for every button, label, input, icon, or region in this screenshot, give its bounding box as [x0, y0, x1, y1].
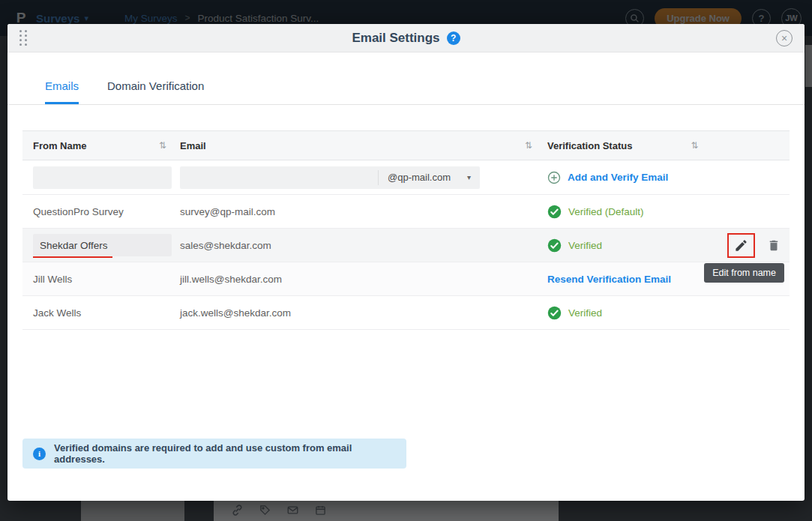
trash-icon: [767, 238, 781, 253]
status-text: Verified: [568, 307, 602, 319]
delete-email-button[interactable]: [767, 238, 781, 253]
status-badge: Verified: [547, 238, 602, 253]
info-banner-text: Verified domains are required to add and…: [54, 442, 396, 465]
sort-icon-email[interactable]: ⇅: [525, 140, 532, 151]
tab-domain-verification[interactable]: Domain Verification: [107, 79, 204, 104]
edit-from-name-button[interactable]: [734, 238, 748, 253]
header-from-name: From Name: [33, 140, 87, 151]
modal-title: Email Settings: [352, 31, 439, 46]
chevron-down-icon: ▾: [467, 173, 471, 181]
pencil-icon: [734, 238, 748, 253]
new-email-combo: @qp-mail.com ▾: [180, 166, 480, 189]
add-and-verify-email-label: Add and Verify Email: [568, 172, 668, 183]
check-circle-icon: [547, 205, 562, 219]
header-email: Email: [180, 140, 206, 151]
status-badge: Verified: [547, 306, 602, 320]
from-name-text: Jack Wells: [33, 307, 81, 319]
new-email-input[interactable]: [180, 166, 378, 189]
email-row-jack-wells: Jack Wells jack.wells@shekdar.com Verifi…: [22, 296, 790, 330]
annotation-red-box: [727, 233, 755, 258]
status-badge: Verified (Default): [547, 205, 644, 219]
sort-icon-from-name[interactable]: ⇅: [159, 140, 166, 151]
check-circle-icon: [547, 238, 562, 253]
new-from-name-input[interactable]: [33, 166, 172, 189]
email-row-jill-wells: Jill Wells jill.wells@shekdar.com Resend…: [22, 262, 790, 296]
drag-handle-icon[interactable]: [19, 30, 28, 46]
status-text: Verified: [568, 240, 602, 251]
domain-dropdown[interactable]: @qp-mail.com ▾: [378, 170, 480, 185]
info-icon: i: [33, 448, 46, 460]
modal-tabs: Emails Domain Verification: [7, 52, 805, 105]
email-text: jack.wells@shekdar.com: [180, 307, 291, 319]
from-name-text: Jill Wells: [33, 274, 72, 285]
emails-table: From Name ⇅ Email ⇅ Verification Status …: [22, 130, 790, 330]
domain-dropdown-value: @qp-mail.com: [388, 172, 451, 183]
resend-verification-email-link[interactable]: Resend Verification Email: [547, 274, 671, 285]
email-text: sales@shekdar.com: [180, 240, 271, 251]
email-text: survey@qp-mail.com: [180, 206, 275, 217]
email-text: jill.wells@shekdar.com: [180, 274, 282, 285]
tab-emails[interactable]: Emails: [45, 79, 79, 104]
edit-from-name-tooltip: Edit from name: [704, 263, 784, 283]
email-settings-modal: Email Settings ? × Emails Domain Verific…: [7, 24, 805, 501]
annotation-red-underline: [33, 256, 112, 258]
modal-header: Email Settings ? ×: [7, 24, 805, 52]
email-row-shekdar-offers: sales@shekdar.com Verified: [22, 229, 790, 262]
add-and-verify-email-button[interactable]: Add and Verify Email: [547, 171, 668, 184]
title-help-icon[interactable]: ?: [447, 31, 460, 45]
row-actions: [727, 233, 790, 258]
from-name-text: QuestionPro Survey: [33, 206, 124, 217]
info-banner: i Verified domains are required to add a…: [22, 439, 406, 469]
sort-icon-verification-status[interactable]: ⇅: [691, 140, 698, 151]
check-circle-icon: [547, 306, 562, 320]
from-name-edit-input[interactable]: [33, 234, 172, 256]
table-header-row: From Name ⇅ Email ⇅ Verification Status …: [22, 130, 790, 160]
close-icon[interactable]: ×: [776, 30, 793, 46]
status-text: Verified (Default): [568, 206, 644, 217]
plus-circle-icon: [547, 171, 561, 184]
add-email-row: @qp-mail.com ▾ Add and Verify Email: [22, 160, 790, 195]
header-verification-status: Verification Status: [547, 140, 632, 151]
email-row-questionpro-survey: QuestionPro Survey survey@qp-mail.com Ve…: [22, 195, 790, 229]
